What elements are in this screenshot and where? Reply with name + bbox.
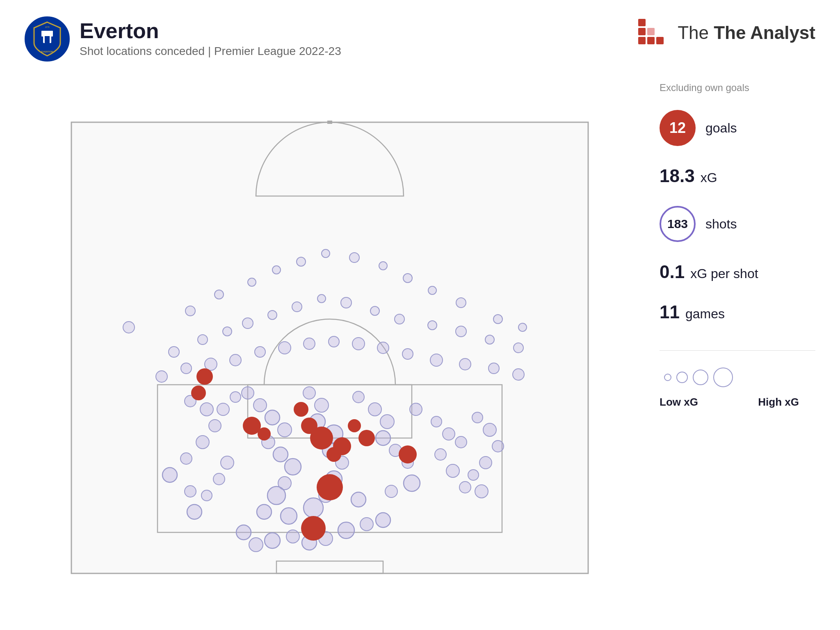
svg-point-32 <box>169 347 179 357</box>
shots-circle: 183 <box>660 206 696 242</box>
svg-point-129 <box>258 427 271 441</box>
stats-panel: Excluding own goals 12 goals 18.3 xG 183 <box>660 74 815 614</box>
svg-point-92 <box>376 431 390 445</box>
legend-circles <box>660 367 815 388</box>
svg-point-36 <box>268 310 277 320</box>
svg-point-116 <box>213 473 225 485</box>
team-name: Everton <box>80 20 341 41</box>
shots-label: shots <box>705 217 737 232</box>
svg-rect-13 <box>327 121 332 124</box>
svg-point-112 <box>376 513 390 527</box>
svg-rect-11 <box>656 37 664 44</box>
team-info: Everton Shot locations conceded | Premie… <box>80 20 341 58</box>
svg-point-76 <box>267 486 285 504</box>
svg-point-60 <box>513 369 524 380</box>
svg-point-46 <box>156 371 167 382</box>
svg-point-79 <box>303 387 315 399</box>
svg-point-141 <box>677 372 687 383</box>
svg-point-51 <box>278 342 291 354</box>
svg-point-38 <box>317 294 326 303</box>
svg-point-104 <box>236 525 251 540</box>
svg-point-124 <box>385 485 397 498</box>
svg-point-90 <box>368 403 381 416</box>
svg-point-37 <box>292 302 302 312</box>
xg-label: xG <box>701 170 717 185</box>
svg-point-74 <box>285 459 301 475</box>
svg-point-119 <box>435 449 446 460</box>
svg-point-78 <box>281 508 297 524</box>
svg-point-125 <box>351 492 366 507</box>
svg-point-31 <box>518 323 527 331</box>
svg-point-106 <box>265 533 280 548</box>
pitch-wrapper <box>47 98 613 590</box>
games-value: 11 <box>660 302 680 322</box>
svg-point-100 <box>483 423 496 436</box>
svg-text:1878: 1878 <box>45 26 49 28</box>
svg-point-113 <box>230 392 241 402</box>
svg-point-42 <box>428 321 437 330</box>
svg-point-77 <box>257 504 272 519</box>
svg-point-24 <box>322 249 330 258</box>
subtitle: Shot locations conceded | Premier League… <box>80 45 341 58</box>
svg-point-71 <box>278 423 292 437</box>
svg-point-95 <box>410 403 422 415</box>
svg-point-87 <box>304 498 323 518</box>
goals-value: 12 <box>669 119 686 137</box>
svg-point-110 <box>338 522 354 539</box>
svg-point-67 <box>185 486 196 497</box>
svg-point-29 <box>456 298 466 308</box>
svg-point-120 <box>446 464 459 477</box>
svg-point-18 <box>123 322 135 333</box>
svg-point-59 <box>488 363 499 374</box>
svg-point-19 <box>185 306 195 316</box>
svg-point-56 <box>402 349 413 359</box>
svg-point-23 <box>297 257 306 266</box>
svg-point-139 <box>301 516 326 541</box>
svg-point-140 <box>664 374 671 381</box>
svg-point-27 <box>403 274 412 283</box>
svg-point-70 <box>265 410 280 425</box>
svg-point-55 <box>377 342 389 354</box>
analyst-brand-text: The The Analyst <box>678 23 815 43</box>
svg-point-105 <box>249 538 263 552</box>
svg-point-137 <box>399 445 417 463</box>
xg-stat-row: 18.3 xG <box>660 166 815 186</box>
legend-labels: Low xG High xG <box>660 396 815 409</box>
svg-point-40 <box>370 306 379 315</box>
shots-value: 183 <box>667 217 688 231</box>
svg-point-91 <box>380 415 394 429</box>
xg-per-shot-label: xG per shot <box>690 266 758 281</box>
svg-point-28 <box>428 286 436 294</box>
svg-point-47 <box>181 363 192 374</box>
svg-point-117 <box>201 490 212 501</box>
svg-point-122 <box>475 485 488 498</box>
svg-rect-3 <box>45 36 50 43</box>
svg-point-142 <box>693 370 708 385</box>
svg-point-25 <box>349 253 359 262</box>
svg-point-132 <box>310 427 333 450</box>
svg-point-62 <box>200 403 213 416</box>
svg-point-102 <box>479 457 492 469</box>
svg-point-118 <box>187 504 202 519</box>
svg-point-64 <box>196 436 209 449</box>
header-left: EVERTON 1878 Everton Shot locations conc… <box>25 16 341 62</box>
svg-point-26 <box>379 262 387 270</box>
goals-label: goals <box>705 121 737 136</box>
svg-text:EVERTON: EVERTON <box>41 50 53 53</box>
svg-point-134 <box>333 437 351 455</box>
svg-rect-7 <box>638 28 646 35</box>
main-content: Excluding own goals 12 goals 18.3 xG 183 <box>25 74 815 614</box>
svg-rect-10 <box>647 28 655 35</box>
svg-point-63 <box>209 420 221 432</box>
svg-point-53 <box>329 336 339 347</box>
svg-point-115 <box>221 456 234 469</box>
svg-point-52 <box>304 338 315 349</box>
xg-value: 18.3 <box>660 166 695 186</box>
divider <box>660 350 815 351</box>
games-label: games <box>685 306 725 322</box>
svg-point-97 <box>443 428 455 440</box>
svg-point-50 <box>255 347 265 357</box>
goals-stat-row: 12 goals <box>660 110 815 146</box>
svg-point-114 <box>217 403 229 415</box>
svg-rect-8 <box>638 19 646 26</box>
